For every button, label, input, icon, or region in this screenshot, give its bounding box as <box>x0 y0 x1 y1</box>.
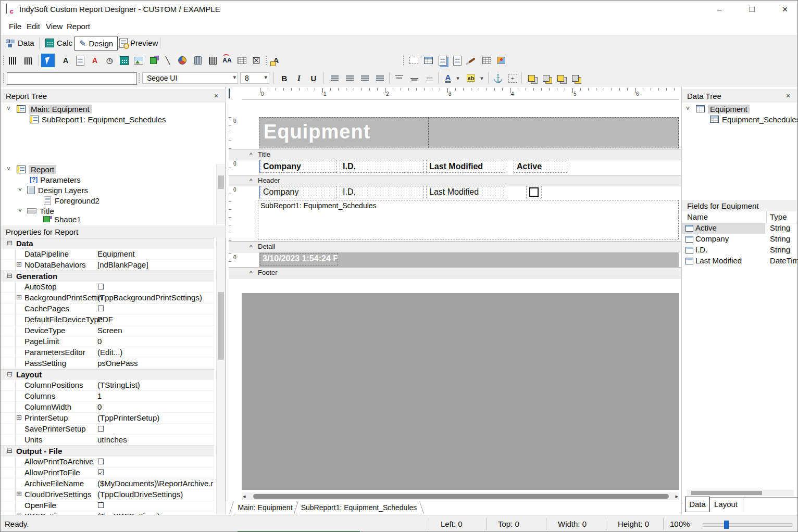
property-row[interactable]: ParametersEditor (Edit...) <box>1 347 214 358</box>
band-collapse-icon[interactable]: ^ <box>250 178 253 185</box>
page-tab-subreport1[interactable]: SubReport1: Equipment_Schedules <box>299 501 419 514</box>
valign-top-icon[interactable] <box>392 71 406 85</box>
select-tool-icon[interactable] <box>41 54 55 67</box>
align-right-icon[interactable] <box>358 71 371 85</box>
title-shape[interactable]: Equipment <box>259 117 679 148</box>
send-to-back-button[interactable] <box>539 71 553 85</box>
maximize-button[interactable]: □ <box>743 3 762 16</box>
field-row[interactable]: Last Modified DateTim <box>682 256 798 267</box>
band-collapse-icon[interactable]: ^ <box>250 244 253 251</box>
property-row[interactable]: DeviceType Screen <box>1 325 214 336</box>
system-variable-tool-icon[interactable]: ◷ <box>103 54 116 67</box>
minimize-button[interactable]: – <box>710 3 729 16</box>
tree-item-main-equipment[interactable]: ˅ Main: Equipment <box>7 104 92 114</box>
valign-middle-icon[interactable] <box>407 71 421 85</box>
menu-view[interactable]: View <box>46 22 63 31</box>
scroll-thumb[interactable] <box>253 494 669 499</box>
highlight-dropdown-icon[interactable]: ▾ <box>479 71 485 85</box>
collapse-icon[interactable]: ⊟ <box>7 239 13 247</box>
detail-cell-last-modified[interactable]: Last Modified <box>426 186 505 198</box>
properties-scrollbar[interactable] <box>216 238 225 515</box>
property-row[interactable]: CachePages ☐ <box>1 303 214 314</box>
property-row[interactable]: AutoStop ☐ <box>1 282 214 293</box>
property-row[interactable]: DefaultFileDeviceType PDF <box>1 314 214 325</box>
align-justify-icon[interactable] <box>373 71 386 85</box>
chevron-down-icon[interactable]: ˅ <box>7 105 10 112</box>
chevron-down-icon[interactable]: ˅ <box>686 105 690 112</box>
subreport-tool-icon[interactable] <box>421 54 435 67</box>
side-tab-data[interactable]: Data <box>685 497 710 512</box>
fields-hscrollbar[interactable] <box>687 490 794 496</box>
band-bar-footer[interactable]: ^ Footer <box>229 267 681 278</box>
highlight-color-button[interactable]: ab <box>464 71 478 85</box>
map-tool-icon[interactable] <box>494 54 508 67</box>
chevron-down-icon[interactable]: ˅ <box>18 207 22 214</box>
collapse-icon[interactable]: ⊟ <box>7 447 13 454</box>
tab-design[interactable]: ✎ Design <box>74 36 118 51</box>
bring-forward-button[interactable] <box>554 71 567 85</box>
expand-icon[interactable]: ⊞ <box>16 260 22 268</box>
property-row[interactable]: Units utInches <box>1 435 214 446</box>
band-collapse-icon[interactable]: ^ <box>250 151 253 159</box>
page-tab-main[interactable]: Main: Equipment <box>234 501 296 514</box>
barcode-2d-tool-icon[interactable] <box>206 54 219 67</box>
table-tool-icon[interactable] <box>480 54 493 67</box>
autosize-tool-icon[interactable]: AA <box>220 54 234 67</box>
memo-tool-icon[interactable] <box>73 54 87 67</box>
collapse-icon[interactable]: ⊟ <box>7 370 13 378</box>
checkbox-tool-icon[interactable]: ☒ <box>250 54 263 67</box>
italic-button[interactable]: I <box>292 71 306 85</box>
header-cell-last-modified[interactable]: Last Modified <box>426 160 505 173</box>
scroll-left-icon[interactable]: ◂ <box>243 493 246 500</box>
property-group-generation[interactable]: ⊟ Generation <box>1 271 214 282</box>
property-group-layout[interactable]: ⊟ Layout <box>1 369 214 380</box>
scroll-thumb[interactable] <box>691 491 762 495</box>
property-row[interactable]: ColumnPositions (TStringList) <box>1 380 214 391</box>
chart-tool-icon[interactable] <box>176 54 189 67</box>
region-tool-icon[interactable] <box>407 54 420 67</box>
band-bar-title[interactable]: ^ Title <box>229 149 681 160</box>
scroll-right-icon[interactable]: ▸ <box>675 493 678 500</box>
field-row[interactable]: Active String <box>682 223 798 234</box>
variable-tool-icon[interactable] <box>117 54 131 67</box>
valign-bottom-icon[interactable] <box>422 71 436 85</box>
property-row[interactable]: Columns 1 <box>1 391 214 402</box>
property-row[interactable]: ⊞ BackgroundPrintSettin (TppBackgroundPr… <box>1 293 214 303</box>
tree-item-subreport1[interactable]: SubReport1: Equipment_Schedules <box>30 114 166 124</box>
report-tree-close-icon[interactable]: × <box>214 92 218 100</box>
band-bar-detail[interactable]: ^ Detail <box>229 241 681 252</box>
property-row[interactable]: ⊞ CloudDriveSettings (TppCloudDriveSetti… <box>1 489 214 500</box>
menu-edit[interactable]: Edit <box>27 22 40 31</box>
zoom-slider[interactable] <box>703 523 792 527</box>
pagebreak-tool-icon[interactable] <box>436 54 450 67</box>
close-button[interactable]: × <box>776 3 794 16</box>
barcode-print-icon[interactable] <box>21 54 35 67</box>
property-row[interactable]: PageLimit 0 <box>1 336 214 347</box>
side-tab-layout[interactable]: Layout <box>710 498 742 512</box>
header-cell-company[interactable]: Company <box>260 160 337 173</box>
data-tree-item-equipment-schedules[interactable]: Equipment_Schedules <box>710 114 798 124</box>
db-text-tool-icon[interactable]: A <box>269 54 283 67</box>
image-tool-icon[interactable] <box>132 54 145 67</box>
field-row[interactable]: I.D. String <box>682 245 798 256</box>
tree-item-design-layers[interactable]: ˅ Design Layers <box>18 185 88 195</box>
menu-file[interactable]: File <box>9 22 21 31</box>
chevron-down-icon[interactable]: ˅ <box>18 186 22 194</box>
anchor-button[interactable]: ⚓ <box>491 71 505 85</box>
send-backward-button[interactable] <box>568 71 582 85</box>
shape-tool-icon[interactable] <box>146 54 160 67</box>
property-group-data[interactable]: ⊟ Data <box>1 238 214 249</box>
detail-cell-id[interactable]: I.D. <box>340 186 424 198</box>
detail-checkbox-active[interactable] <box>526 186 542 198</box>
subreport-region[interactable]: SubReport1: Equipment_Schedules <box>258 200 679 239</box>
property-row[interactable]: ⊞ PDFSettings (TppPDFSettings) <box>1 511 214 515</box>
property-row[interactable]: OpenFile ☐ <box>1 500 214 511</box>
tree-item-foreground2[interactable]: Foreground2 <box>43 195 99 206</box>
expand-icon[interactable]: ⊞ <box>16 293 22 301</box>
align-left-icon[interactable] <box>328 71 341 85</box>
data-tree-item-equipment[interactable]: ˅ Equipment <box>686 104 750 114</box>
tree-item-report[interactable]: ˅ Report <box>7 164 56 174</box>
font-name-select[interactable]: Segoe UI ▾ <box>142 72 238 84</box>
property-row[interactable]: SavePrinterSetup ☐ <box>1 424 214 435</box>
canvas-hscrollbar[interactable]: ◂ ▸ <box>242 492 679 500</box>
